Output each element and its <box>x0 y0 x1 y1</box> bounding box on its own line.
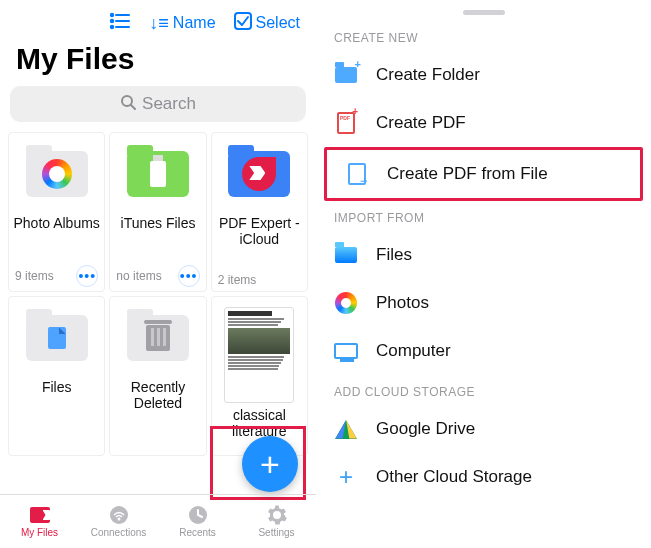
tab-settings[interactable]: Settings <box>237 495 316 548</box>
tabbar: My Files Connections Recents Settings <box>0 494 316 548</box>
tile-recently-deleted[interactable]: Recently Deleted <box>109 296 206 456</box>
tab-label: My Files <box>21 527 58 538</box>
svg-point-10 <box>117 518 120 521</box>
list-icon <box>109 12 131 34</box>
pdf-expert-icon <box>242 157 276 191</box>
search-placeholder: Search <box>142 94 196 114</box>
menu-label: Photos <box>376 293 429 313</box>
search-input[interactable]: Search <box>10 86 306 122</box>
tab-recents[interactable]: Recents <box>158 495 237 548</box>
folder-plus-icon <box>335 67 357 83</box>
svg-point-2 <box>111 20 113 22</box>
plus-icon: + <box>339 463 353 491</box>
folder-icon <box>48 327 66 349</box>
tab-connections[interactable]: Connections <box>79 495 158 548</box>
sort-icon: ↓≡ <box>149 13 169 34</box>
tab-label: Settings <box>258 527 294 538</box>
search-icon <box>120 94 136 115</box>
tab-my-files[interactable]: My Files <box>0 495 79 548</box>
tile-title: Files <box>42 379 72 395</box>
photos-icon <box>42 159 72 189</box>
checkbox-icon <box>234 12 252 34</box>
create-pdf-from-file-highlight: Create PDF from File <box>324 147 643 201</box>
menu-label: Files <box>376 245 412 265</box>
sort-button[interactable]: ↓≡ Name <box>149 13 215 34</box>
menu-label: Other Cloud Storage <box>376 467 532 487</box>
svg-point-0 <box>111 14 113 16</box>
svg-point-4 <box>111 26 113 28</box>
add-button[interactable]: + <box>242 436 298 492</box>
view-list-button[interactable] <box>109 12 131 34</box>
recents-icon <box>186 505 210 525</box>
more-button[interactable]: ••• <box>76 265 98 287</box>
tile-document[interactable]: classical literature <box>211 296 308 456</box>
tile-title: classical literature <box>216 407 303 439</box>
section-header-import: IMPORT FROM <box>316 201 651 231</box>
menu-create-pdf-from-file[interactable]: Create PDF from File <box>327 150 640 198</box>
document-thumbnail <box>224 307 294 403</box>
photos-icon <box>335 292 357 314</box>
section-header-cloud: ADD CLOUD STORAGE <box>316 375 651 405</box>
menu-import-photos[interactable]: Photos <box>316 279 651 327</box>
tile-title: PDF Expert - iCloud <box>216 215 303 247</box>
tile-title: iTunes Files <box>121 215 196 231</box>
files-icon <box>335 247 357 263</box>
plus-icon: + <box>260 445 280 484</box>
menu-create-pdf[interactable]: Create PDF <box>316 99 651 147</box>
menu-label: Create PDF <box>376 113 466 133</box>
section-header-create: CREATE NEW <box>316 21 651 51</box>
tile-title: Recently Deleted <box>114 379 201 411</box>
settings-icon <box>265 505 289 525</box>
my-files-panel: ↓≡ Name Select My Files Search Photo Alb… <box>0 0 316 548</box>
menu-label: Google Drive <box>376 419 475 439</box>
tile-subtitle: 2 items <box>218 273 257 287</box>
menu-label: Computer <box>376 341 451 361</box>
usb-icon <box>150 161 166 187</box>
tile-files[interactable]: Files <box>8 296 105 456</box>
more-button[interactable]: ••• <box>178 265 200 287</box>
sheet-handle[interactable] <box>463 10 505 15</box>
trash-icon <box>146 325 170 351</box>
menu-google-drive[interactable]: Google Drive <box>316 405 651 453</box>
sort-label: Name <box>173 14 216 32</box>
tile-itunes-files[interactable]: iTunes Files no items ••• <box>109 132 206 292</box>
pdf-from-file-icon <box>348 163 366 185</box>
page-title: My Files <box>0 40 316 86</box>
select-label: Select <box>256 14 300 32</box>
svg-line-8 <box>131 105 135 109</box>
select-button[interactable]: Select <box>234 12 300 34</box>
menu-import-computer[interactable]: Computer <box>316 327 651 375</box>
tile-pdf-expert-icloud[interactable]: PDF Expert - iCloud 2 items <box>211 132 308 292</box>
add-sheet-panel: CREATE NEW Create Folder Create PDF Crea… <box>316 0 651 548</box>
computer-icon <box>334 343 358 359</box>
tab-label: Connections <box>91 527 147 538</box>
tile-subtitle: 9 items <box>15 269 54 283</box>
menu-other-cloud[interactable]: + Other Cloud Storage <box>316 453 651 501</box>
menu-create-folder[interactable]: Create Folder <box>316 51 651 99</box>
google-drive-icon <box>335 420 357 439</box>
my-files-icon <box>28 505 52 525</box>
tile-title: Photo Albums <box>13 215 99 231</box>
menu-label: Create Folder <box>376 65 480 85</box>
tab-label: Recents <box>179 527 216 538</box>
topbar: ↓≡ Name Select <box>0 0 316 40</box>
pdf-plus-icon <box>337 112 355 134</box>
menu-import-files[interactable]: Files <box>316 231 651 279</box>
tile-photo-albums[interactable]: Photo Albums 9 items ••• <box>8 132 105 292</box>
menu-label: Create PDF from File <box>387 164 548 184</box>
tile-subtitle: no items <box>116 269 161 283</box>
connections-icon <box>107 505 131 525</box>
files-grid: Photo Albums 9 items ••• iTunes Files no… <box>0 132 316 456</box>
